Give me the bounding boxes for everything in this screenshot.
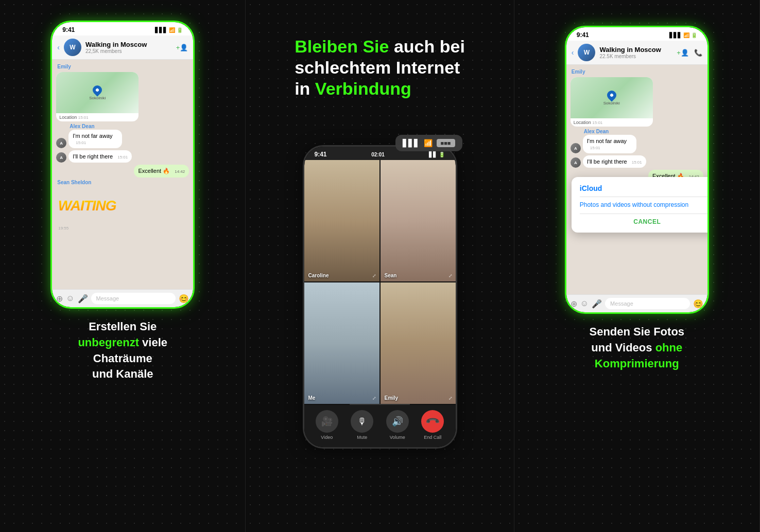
icloud-title: iCloud xyxy=(580,184,707,192)
video-btn[interactable]: 🎥 Video xyxy=(316,410,338,440)
location-label-3: Location 15:01 xyxy=(571,118,653,127)
chat-name-3: Walking in Moscow xyxy=(599,46,672,54)
emily-label: Emily xyxy=(385,395,399,401)
header-icons-1: +👤 xyxy=(176,44,188,51)
volume-btn[interactable]: 🔊 Volume xyxy=(386,410,409,440)
chat-body-3: Emily Sokolniki Location 15:01 A xyxy=(566,65,707,294)
right-there-row-3: A I'll be right there 15:01 xyxy=(571,155,703,168)
chat-header-3: ‹ W Walking in Moscow 22.5K members +👤 📞 xyxy=(566,41,707,65)
end-call-btn[interactable]: 📞 End Call xyxy=(421,410,444,440)
chat-input-bar-1: ⊕ ☺ 🎤 Message 😊 xyxy=(52,289,193,307)
right-there-msg-3: I'll be right there 15:01 xyxy=(583,155,646,168)
location-label-1: Location 15:01 xyxy=(56,113,139,121)
right-there-msg: I'll be right there 15:01 xyxy=(68,150,132,163)
mic-icon[interactable]: 🎤 xyxy=(78,294,88,304)
alex-msg-1: I'm not far away 15:01 xyxy=(68,130,122,148)
video-cell-me: Me ⤢ xyxy=(304,282,379,404)
group-avatar-1: W xyxy=(64,39,81,56)
signal-bars-icon: ▋▋▋ xyxy=(403,139,420,147)
map-area-3: Sokolniki xyxy=(571,77,653,118)
sender-alex: Alex Dean xyxy=(68,123,131,129)
attach3-icon[interactable]: ⊕ xyxy=(571,299,577,309)
end-call-btn-circle[interactable]: 📞 xyxy=(417,405,448,437)
caption-green-1: unbegrenzt xyxy=(78,336,139,349)
map-bubble-3: Sokolniki Location 15:01 xyxy=(571,77,653,127)
emoji-icon[interactable]: 😊 xyxy=(179,294,189,304)
status-popup: ▋▋▋ 📶 ■■■ xyxy=(395,135,462,151)
panel-2: Bleiben Sie auch bei schlechtem Internet… xyxy=(246,0,514,532)
attach-icon[interactable]: ⊕ xyxy=(56,294,63,304)
emily-video xyxy=(381,282,456,404)
mic3-icon[interactable]: 🎤 xyxy=(592,299,602,309)
phone-frame-video: 9:41 02:01 ▋▋ 🔋 Caroline ⤢ xyxy=(303,145,457,449)
caption-3: Senden Sie Fotos und Videos ohne Komprim… xyxy=(589,324,684,371)
video-btn-circle[interactable]: 🎥 xyxy=(316,410,338,433)
excellent-msg: Excellent 🔥 14:42 xyxy=(134,165,189,178)
caption3-line3: Komprimierung xyxy=(589,356,684,372)
video-status-time: 9:41 xyxy=(315,151,327,158)
video-battery-icon: 🔋 xyxy=(439,152,445,157)
video-grid: Caroline ⤢ Sean ⤢ Me ⤢ xyxy=(304,160,456,404)
chat-body-1: Emily Sokolniki Location 15:01 xyxy=(52,60,193,289)
caption-line4: und Kanäle xyxy=(78,366,167,382)
video-cell-emily: Emily ⤢ xyxy=(381,282,456,404)
mute-btn-label: Mute xyxy=(357,435,367,440)
sean-expand-icon[interactable]: ⤢ xyxy=(448,273,453,278)
waiting-sticker: WAITING xyxy=(56,188,118,224)
alex-avatar-3: A xyxy=(571,143,581,153)
back3-icon[interactable]: ‹ xyxy=(572,48,574,57)
call3-icon[interactable]: 📞 xyxy=(694,49,702,57)
map-area-1: Sokolniki xyxy=(56,72,139,113)
sender-emily-1: Emily xyxy=(56,64,189,69)
emoji3-icon[interactable]: 😊 xyxy=(693,299,703,309)
caption-line3: Chaträume xyxy=(78,351,167,367)
center-heading: Bleiben Sie auch bei schlechtem Internet… xyxy=(284,36,475,99)
message-input-3[interactable]: Message xyxy=(605,298,690,309)
battery-icon: 🔋 xyxy=(177,27,183,33)
add-member-icon[interactable]: +👤 xyxy=(176,44,188,51)
caroline-expand-icon[interactable]: ⤢ xyxy=(372,273,376,278)
icloud-cancel-btn[interactable]: CANCEL xyxy=(580,218,707,225)
icloud-description: Photos and videos without compression xyxy=(580,201,707,208)
caption3-line2: und Videos ohne xyxy=(589,340,684,356)
caption-line2: unbegrenzt viele xyxy=(78,335,167,351)
alex-msg-3: I'm not far away 15:01 xyxy=(583,135,636,153)
call-timer: 02:01 xyxy=(371,152,385,157)
volume-btn-label: Volume xyxy=(390,435,405,440)
status-bar-3: 9:41 ▋▋▋ 📶 🔋 xyxy=(566,27,707,41)
me-expand-icon[interactable]: ⤢ xyxy=(372,396,376,401)
back-icon[interactable]: ‹ xyxy=(57,43,60,51)
emily-expand-icon[interactable]: ⤢ xyxy=(448,396,453,401)
caption-line1: Erstellen Sie xyxy=(78,319,167,335)
icloud-divider-2 xyxy=(580,214,707,214)
caption-1: Erstellen Sie unbegrenzt viele Chaträume… xyxy=(78,319,167,382)
sticker-icon[interactable]: ☺ xyxy=(66,294,74,303)
chat-name-1: Walking in Moscow xyxy=(85,41,172,48)
wifi-popup-icon: 📶 xyxy=(424,139,433,147)
signal-icon: ▋▋▋ xyxy=(155,27,167,33)
volume-btn-circle[interactable]: 🔊 xyxy=(386,410,409,433)
map-pin-3 xyxy=(605,88,618,101)
alex-avatar: A xyxy=(56,138,66,148)
mute-btn[interactable]: 🎙 Mute xyxy=(351,410,373,440)
me-label: Me xyxy=(308,395,316,401)
add-member3-icon[interactable]: +👤 xyxy=(677,49,689,57)
panel-3: 9:41 ▋▋▋ 📶 🔋 ‹ W Walking in Moscow 22.5K… xyxy=(514,0,760,532)
header-icons-3: +👤 📞 xyxy=(677,49,702,57)
chat-members-1: 22,5K members xyxy=(85,48,172,54)
sean-video xyxy=(381,160,456,281)
video-status-icons: ▋▋ 🔋 xyxy=(429,152,445,157)
signal3-icon: ▋▋▋ xyxy=(669,32,682,38)
alex-msg-row-3: A Alex Dean I'm not far away 15:01 xyxy=(571,129,703,153)
chat-members-3: 22.5K members xyxy=(599,54,672,59)
caroline-label: Caroline xyxy=(308,273,329,278)
status-bar-1: 9:41 ▋▋▋ 📶 🔋 xyxy=(52,22,193,36)
message-input-1[interactable]: Message xyxy=(91,293,176,304)
video-signal-icon: ▋▋ xyxy=(429,152,437,157)
icloud-divider-1 xyxy=(580,197,707,197)
sticker3-icon[interactable]: ☺ xyxy=(580,299,589,308)
status-icons-3: ▋▋▋ 📶 🔋 xyxy=(669,32,697,38)
mute-btn-circle[interactable]: 🎙 xyxy=(351,410,373,433)
status-icons-1: ▋▋▋ 📶 🔋 xyxy=(155,27,183,33)
battery3-icon: 🔋 xyxy=(691,32,697,38)
